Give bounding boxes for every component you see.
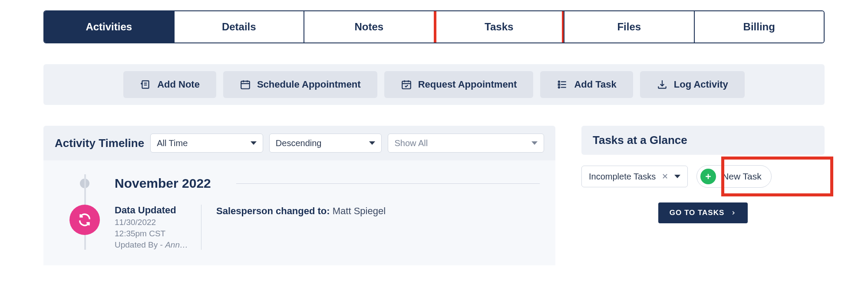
- calendar-request-icon: [401, 79, 412, 90]
- tab-tasks[interactable]: Tasks: [434, 11, 564, 42]
- action-bar: Add Note Schedule Appointment Request Ap…: [43, 64, 825, 105]
- tasks-filter-dropdown[interactable]: Incomplete Tasks ✕: [581, 166, 688, 187]
- clear-filter-icon[interactable]: ✕: [662, 172, 668, 181]
- show-filter-dropdown[interactable]: Show All: [388, 134, 544, 153]
- divider: [236, 183, 540, 184]
- svg-point-18: [558, 87, 560, 88]
- button-label: Request Appointment: [418, 79, 517, 90]
- svg-rect-17: [558, 84, 560, 85]
- chevron-down-icon: [369, 141, 375, 145]
- updated-by-prefix: Updated By -: [115, 240, 165, 249]
- go-to-tasks-button[interactable]: GO TO TASKS: [658, 202, 748, 223]
- plus-circle-icon: [700, 169, 716, 184]
- event-desc-value: Matt Spiegel: [333, 206, 386, 216]
- calendar-icon: [240, 79, 251, 90]
- time-range-dropdown[interactable]: All Time: [150, 134, 263, 153]
- tasks-panel-title: Tasks at a Glance: [581, 126, 825, 155]
- timeline-event: Data Updated 11/30/2022 12:35pm CST Upda…: [69, 205, 540, 250]
- tab-notes[interactable]: Notes: [304, 11, 434, 42]
- tab-activities[interactable]: Activities: [44, 11, 174, 42]
- note-add-icon: [140, 79, 151, 90]
- tab-details[interactable]: Details: [174, 11, 304, 42]
- timeline-title: Activity Timeline: [55, 137, 144, 150]
- event-title: Data Updated: [115, 205, 191, 216]
- dropdown-value: All Time: [157, 138, 188, 148]
- event-updated-by: Updated By - Ann…: [115, 240, 191, 250]
- chevron-right-icon: [730, 210, 736, 216]
- tab-files[interactable]: Files: [564, 11, 694, 42]
- tasks-at-glance-panel: Tasks at a Glance Incomplete Tasks ✕ New…: [581, 126, 825, 223]
- event-desc-label: Salesperson changed to:: [216, 206, 333, 216]
- button-label: Log Activity: [674, 79, 728, 90]
- svg-rect-9: [402, 81, 411, 88]
- download-icon: [657, 79, 668, 90]
- updated-by-name: Ann…: [165, 240, 188, 249]
- new-task-button[interactable]: New Task: [696, 165, 772, 188]
- chevron-down-icon: [531, 141, 538, 145]
- request-appointment-button[interactable]: Request Appointment: [384, 71, 534, 98]
- dropdown-value: Descending: [276, 138, 322, 148]
- tab-label: Activities: [86, 21, 132, 33]
- add-note-button[interactable]: Add Note: [123, 71, 216, 98]
- chevron-down-icon: [674, 175, 680, 178]
- timeline-header: Activity Timeline All Time Descending Sh…: [43, 126, 555, 160]
- button-label: Schedule Appointment: [257, 79, 361, 90]
- event-meta-block: Data Updated 11/30/2022 12:35pm CST Upda…: [115, 205, 201, 250]
- refresh-icon: [77, 212, 92, 227]
- tab-label: Files: [617, 21, 641, 33]
- button-label: GO TO TASKS: [670, 209, 725, 217]
- tab-label: Details: [222, 21, 256, 33]
- tab-billing[interactable]: Billing: [694, 11, 824, 42]
- tab-label: Notes: [354, 21, 383, 33]
- sort-order-dropdown[interactable]: Descending: [269, 134, 382, 153]
- timeline-body: November 2022 Data Updated 11/30/2022: [43, 160, 555, 265]
- button-label: Add Note: [157, 79, 200, 90]
- tasks-controls-row: Incomplete Tasks ✕ New Task: [581, 165, 825, 188]
- activity-timeline-panel: Activity Timeline All Time Descending Sh…: [43, 126, 555, 265]
- button-label: New Task: [722, 171, 762, 182]
- timeline-month-title: November 2022: [115, 176, 211, 191]
- dropdown-placeholder: Show All: [394, 138, 428, 148]
- tab-label: Billing: [743, 21, 775, 33]
- log-activity-button[interactable]: Log Activity: [640, 71, 745, 98]
- svg-point-16: [558, 81, 560, 82]
- timeline-event-icon-badge: [69, 205, 100, 235]
- task-list-icon: [557, 79, 568, 90]
- button-label: Add Task: [574, 79, 616, 90]
- event-time: 12:35pm CST: [115, 229, 191, 238]
- add-task-button[interactable]: Add Task: [540, 71, 633, 98]
- event-date: 11/30/2022: [115, 218, 191, 227]
- tab-label: Tasks: [485, 21, 513, 33]
- event-description: Salesperson changed to: Matt Spiegel: [216, 205, 386, 217]
- dropdown-value: Incomplete Tasks: [589, 172, 656, 182]
- schedule-appointment-button[interactable]: Schedule Appointment: [223, 71, 377, 98]
- chevron-down-icon: [251, 141, 257, 145]
- svg-rect-5: [241, 81, 250, 88]
- tabs-bar: Activities Details Notes Tasks Files Bil…: [43, 10, 825, 43]
- timeline-month-row: November 2022: [69, 176, 540, 191]
